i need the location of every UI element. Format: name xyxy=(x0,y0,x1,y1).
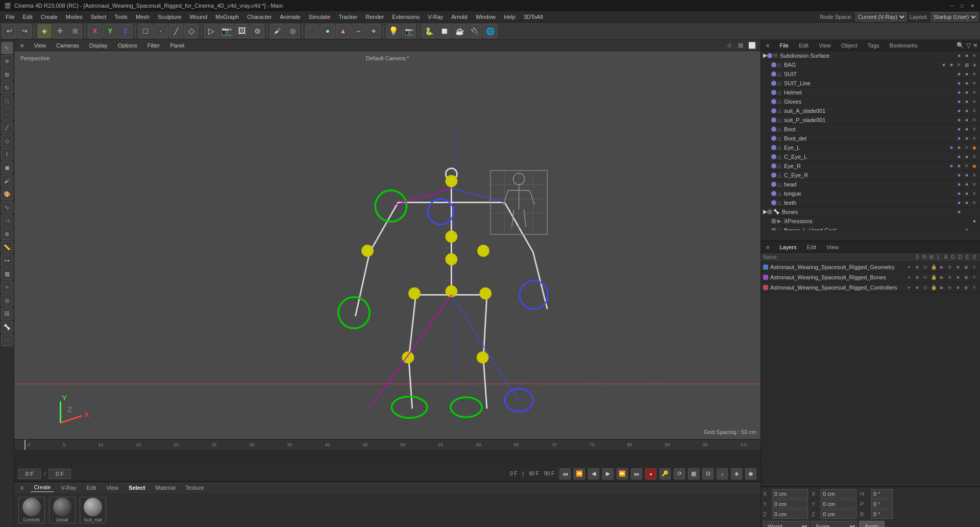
menu-character[interactable]: Character xyxy=(243,13,275,21)
vp-menu-view[interactable]: View xyxy=(32,42,48,49)
transport-autokey[interactable]: 🔑 xyxy=(659,468,671,480)
axis-y-btn[interactable]: Y xyxy=(103,24,117,38)
playback-range[interactable]: ⊟ xyxy=(702,468,714,480)
timeline-track[interactable] xyxy=(14,450,761,466)
menu-3dtoall[interactable]: 3DToAll xyxy=(520,13,547,21)
menu-edit[interactable]: Edit xyxy=(19,13,36,21)
om-row-slade001p[interactable]: △ suit_P_slade001 ■ ■ ✕ xyxy=(761,115,980,125)
sidebar-snap[interactable]: ⊕ xyxy=(1,228,13,240)
transport-play-rev[interactable]: ◀ xyxy=(588,468,599,480)
sidebar-poly[interactable]: ◇ xyxy=(1,135,13,147)
sphere-btn[interactable]: ● xyxy=(321,24,335,38)
sidebar-select[interactable]: ↖ xyxy=(1,42,13,54)
transport-end[interactable]: ⏭ xyxy=(631,468,642,480)
om-tab-view[interactable]: View xyxy=(816,42,834,49)
om-row-slade001a[interactable]: △ suit_A_slade001 ■ ■ ✕ xyxy=(761,106,980,115)
mat-tab-texture[interactable]: Texture xyxy=(183,484,207,492)
om-row-suitline[interactable]: △ SUIT_Line ■ ■ ✕ xyxy=(761,79,980,88)
om-vis-icon[interactable]: ■ xyxy=(955,52,963,59)
lm-d-ctrl[interactable]: ■ xyxy=(954,284,962,291)
layout-select[interactable]: Startup (User) xyxy=(931,12,978,21)
title-bar-controls[interactable]: ─ □ ✕ xyxy=(948,2,976,9)
om-filter-icon[interactable]: ▽ xyxy=(966,42,971,49)
lm-s-geo[interactable]: ● xyxy=(905,264,913,271)
transport-play[interactable]: ▶ xyxy=(602,468,614,480)
menu-extensions[interactable]: Extensions xyxy=(388,13,423,21)
om-row-lhandgoal[interactable]: △ Bones_L_Hand.Goal ■ · xyxy=(761,226,980,230)
menu-simulate[interactable]: Simulate xyxy=(305,13,334,21)
sidebar-paint[interactable]: 🎨 xyxy=(1,188,13,200)
lm-e-bones[interactable]: ◉ xyxy=(963,274,970,281)
lm-l-geo[interactable]: 🔒 xyxy=(930,264,937,271)
om-row-subdivision[interactable]: ▶ ⊟ Subdivision Surface ■ ■ ✕ xyxy=(761,51,980,60)
lm-tab-edit[interactable]: Edit xyxy=(803,244,819,251)
lm-tab-layers[interactable]: Layers xyxy=(776,244,799,251)
vp-menu-options[interactable]: Options xyxy=(116,42,139,49)
menu-mograph[interactable]: MoGraph xyxy=(212,13,242,21)
minimize-button[interactable]: ─ xyxy=(948,2,955,9)
om-row-teeth[interactable]: △ teeth ■ ■ ✕ xyxy=(761,198,980,207)
om-render-icon[interactable]: ■ xyxy=(963,52,970,59)
anim-btn[interactable]: ▷ xyxy=(204,24,218,38)
menu-help[interactable]: Help xyxy=(500,13,519,21)
vp-menu-cameras[interactable]: Cameras xyxy=(54,42,81,49)
om-tab-tags[interactable]: Tags xyxy=(865,42,883,49)
lm-tab-view[interactable]: View xyxy=(823,244,842,251)
lm-m-geo[interactable]: ⊟ xyxy=(922,264,929,271)
lm-x-ctrl[interactable]: ✕ xyxy=(971,284,978,291)
om-vis-bag[interactable]: ■ xyxy=(940,61,947,68)
om-row-xpressions[interactable]: ▶ XPressions ■ xyxy=(761,217,980,226)
menu-select[interactable]: Select xyxy=(87,13,110,21)
lm-e-geo[interactable]: ◉ xyxy=(963,264,970,271)
live-select-btn[interactable]: ◈ xyxy=(37,24,52,38)
lm-l-ctrl[interactable]: 🔒 xyxy=(930,284,937,291)
om-search-icon[interactable]: 🔍 xyxy=(957,42,964,49)
om-render-bag[interactable]: ■ xyxy=(948,61,955,68)
lm-m-bones[interactable]: ⊟ xyxy=(922,274,929,281)
settings-btn[interactable]: ⚙ xyxy=(250,24,264,38)
maximize-button[interactable]: □ xyxy=(959,2,966,9)
om-row-ceyeleft[interactable]: △ C_Eye_L ■ ■ ✕ xyxy=(761,152,980,161)
vp-ctrl-layout[interactable]: ⊞ xyxy=(736,41,745,50)
coffee-btn[interactable]: ☕ xyxy=(452,24,467,38)
python-btn[interactable]: 🐍 xyxy=(422,24,436,38)
sidebar-measure[interactable]: 📏 xyxy=(1,241,13,253)
plugin-btn[interactable]: 🔌 xyxy=(468,24,482,38)
camera-btn[interactable]: 📷 xyxy=(402,24,416,38)
transport-record[interactable]: ● xyxy=(645,468,656,480)
menu-tracker[interactable]: Tracker xyxy=(335,13,361,21)
nurbs-btn[interactable]: ⌢ xyxy=(351,24,365,38)
om-close-icon[interactable]: ✕ xyxy=(973,42,978,49)
coord-y2-input[interactable] xyxy=(821,499,856,509)
mat-tab-select[interactable]: Select xyxy=(126,484,148,492)
menu-window[interactable]: Window xyxy=(472,13,499,21)
om-menu[interactable]: ≡ xyxy=(763,42,772,49)
vp-menu-panel[interactable]: Panel xyxy=(168,42,186,49)
coord-mode-select[interactable]: Scale xyxy=(811,521,857,527)
vp-menu-icon[interactable]: ≡ xyxy=(18,42,26,49)
lm-row-bones-layer[interactable]: Astronaut_Wearing_Spacesuit_Rigged_Bones… xyxy=(761,272,980,282)
lm-a-geo[interactable]: ▶ xyxy=(938,264,945,271)
node-space-select[interactable]: Current (V-Ray) xyxy=(855,12,906,21)
lm-s-ctrl[interactable]: ● xyxy=(905,284,913,291)
om-row-bootdet[interactable]: △ Boot_det ■ ■ ✕ xyxy=(761,134,980,143)
om-row-gloves[interactable]: △ Gloves ■ ■ ✕ xyxy=(761,97,980,106)
om-row-helmet[interactable]: △ Helmet ■ ■ ✕ xyxy=(761,88,980,97)
coord-p-input[interactable] xyxy=(871,499,893,509)
lm-row-controllers[interactable]: Astronaut_Wearing_Spacesuit_Rigged_Contr… xyxy=(761,282,980,293)
time-code-input[interactable] xyxy=(48,469,71,479)
playback-loop[interactable]: ⟳ xyxy=(674,468,685,480)
lm-d-geo[interactable]: ■ xyxy=(954,264,962,271)
render-btn[interactable]: 🖼 xyxy=(235,24,249,38)
lm-g-ctrl[interactable]: ⊕ xyxy=(946,284,953,291)
playback-onion[interactable]: ◉ xyxy=(745,468,756,480)
coord-h-input[interactable] xyxy=(871,489,893,498)
lm-g-bones[interactable]: ⊕ xyxy=(946,274,953,281)
edge-mode-btn[interactable]: ╱ xyxy=(169,24,183,38)
viewport[interactable]: Perspective Default Camera:* Grid Spacin… xyxy=(14,51,761,439)
lm-m-ctrl[interactable]: ⊟ xyxy=(922,284,929,291)
lm-l-bones[interactable]: 🔒 xyxy=(930,274,937,281)
globe-btn[interactable]: 🌐 xyxy=(483,24,497,38)
lm-a-ctrl[interactable]: ▶ xyxy=(938,284,945,291)
lm-r-geo[interactable]: ■ xyxy=(914,264,921,271)
